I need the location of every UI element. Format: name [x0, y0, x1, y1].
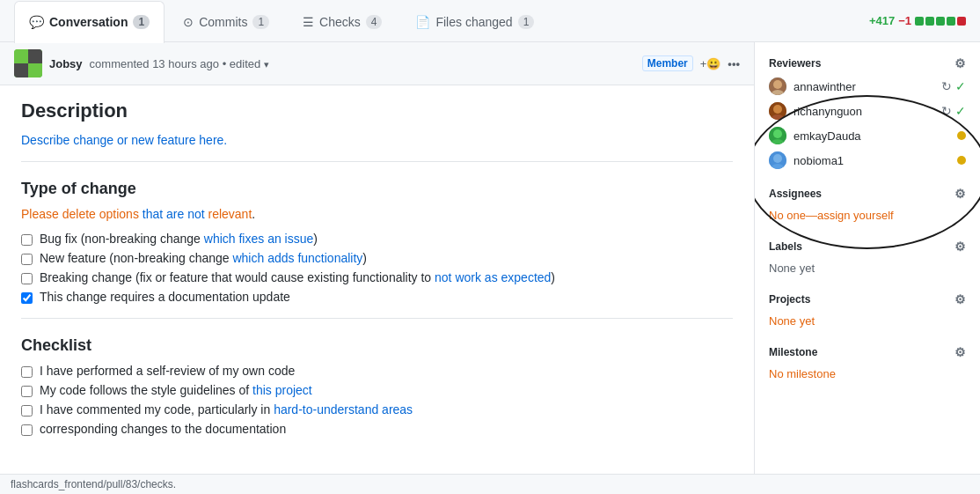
reviewer-nobioma1-pending-icon [957, 156, 966, 165]
checklist-item-4: corresponding changes to the documentati… [21, 422, 733, 436]
assignees-header: Assignees ⚙ [769, 187, 966, 201]
checks-icon: ☰ [303, 15, 314, 29]
reviewer-emkaydauda-actions [957, 131, 966, 140]
labels-gear-icon[interactable]: ⚙ [954, 240, 966, 254]
reviewers-label: Reviewers [769, 57, 821, 70]
more-action-button[interactable]: ••• [728, 57, 740, 70]
diff-stats: +417 −1 [869, 14, 966, 27]
left-panel: Jobsy commented 13 hours ago • edited ▾ … [0, 42, 755, 494]
checklist-item-2: My code follows the style guidelines of … [21, 383, 733, 397]
reviewers-gear-icon[interactable]: ⚙ [954, 56, 966, 70]
comment-actions: +😀 ••• [700, 57, 740, 70]
checklist-3-input[interactable] [21, 405, 33, 417]
assignees-section: Assignees ⚙ No one—assign yourself [769, 187, 966, 222]
labels-header: Labels ⚙ [769, 240, 966, 254]
comment-author: Jobsy [49, 57, 83, 70]
commits-icon: ⊙ [183, 15, 194, 29]
tab-checks-label: Checks [319, 15, 361, 29]
labels-section: Labels ⚙ None yet [769, 240, 966, 275]
reviewer-richanynguon-name: richanynguon [794, 105, 934, 118]
projects-label: Projects [769, 293, 810, 306]
checkbox-breaking-label: Breaking change (fix or feature that wou… [40, 270, 555, 284]
checkbox-bugfix-label: Bug fix (non-breaking change which fixes… [40, 232, 318, 246]
labels-none: None yet [769, 262, 815, 275]
reviewer-richanynguon-approved-icon: ✓ [955, 104, 966, 118]
tab-commits-badge: 1 [252, 15, 269, 29]
diff-bar-3 [936, 17, 945, 26]
tab-commits-label: Commits [199, 15, 247, 29]
svg-point-4 [773, 105, 782, 114]
checkbox-bugfix-input[interactable] [21, 234, 33, 246]
reviewer-emkaydauda-pending-icon [957, 131, 966, 140]
reviewer-annawinther: annawinther ↻ ✓ [769, 77, 966, 95]
main-layout: Jobsy commented 13 hours ago • edited ▾ … [0, 42, 980, 494]
checklist-2-label: My code follows the style guidelines of … [40, 383, 312, 397]
checkbox-docs-input[interactable] [21, 292, 33, 304]
avatar [14, 49, 42, 77]
member-badge: Member [642, 55, 693, 71]
checklist-item-1: I have performed a self-review of my own… [21, 364, 733, 378]
tab-checks[interactable]: ☰ Checks 4 [288, 1, 397, 43]
description-title: Description [21, 100, 733, 122]
diff-bar-1 [915, 17, 924, 26]
labels-label: Labels [769, 240, 802, 253]
milestone-none[interactable]: No milestone [769, 367, 836, 380]
tab-conversation-label: Conversation [49, 15, 128, 29]
reviewer-annawinther-actions: ↻ ✓ [941, 79, 966, 93]
checkbox-feature-input[interactable] [21, 254, 33, 265]
comment-header: Jobsy commented 13 hours ago • edited ▾ … [0, 42, 754, 85]
milestone-label: Milestone [769, 346, 817, 358]
projects-header: Projects ⚙ [769, 292, 966, 306]
projects-section: Projects ⚙ None yet [769, 292, 966, 328]
reviewers-header: Reviewers ⚙ [769, 56, 966, 70]
diff-bar-5 [957, 17, 966, 26]
comment-action: commented 13 hours ago • edited ▾ [90, 57, 269, 70]
type-of-change-intro: Please delete options that are not relev… [21, 207, 733, 221]
checkbox-breaking-input[interactable] [21, 273, 33, 284]
right-panel: Reviewers ⚙ annawinther ↻ ✓ richanyn [755, 42, 980, 494]
tab-files-changed[interactable]: 📄 Files changed 1 [400, 1, 549, 43]
reviewer-annawinther-sync-icon[interactable]: ↻ [941, 79, 952, 93]
reviewer-nobioma1: nobioma1 [769, 151, 966, 169]
reviewer-richanynguon-actions: ↻ ✓ [941, 104, 966, 118]
bottom-bar: flashcards_frontend/pull/83/checks. [0, 474, 980, 494]
reviewer-nobioma1-actions [957, 156, 966, 165]
diff-bars [915, 17, 966, 26]
svg-point-1 [773, 80, 782, 89]
checklist-1-input[interactable] [21, 366, 33, 378]
diff-bar-2 [925, 17, 934, 26]
files-changed-icon: 📄 [415, 15, 430, 29]
tab-commits[interactable]: ⊙ Commits 1 [168, 1, 284, 43]
checkbox-docs: This change requires a documentation upd… [21, 290, 733, 304]
checkbox-docs-label: This change requires a documentation upd… [40, 290, 290, 304]
projects-none[interactable]: None yet [769, 314, 815, 328]
reviewer-emkaydauda-avatar [769, 127, 786, 144]
intro-orange: Please delete options [21, 207, 143, 221]
divider-1 [21, 161, 733, 162]
deletions-count: −1 [898, 14, 911, 27]
tab-bar: 💬 Conversation 1 ⊙ Commits 1 ☰ Checks 4 … [0, 0, 980, 42]
tab-conversation[interactable]: 💬 Conversation 1 [14, 1, 165, 43]
diff-bar-4 [947, 17, 955, 26]
milestone-header: Milestone ⚙ [769, 345, 966, 359]
checklist-1-label: I have performed a self-review of my own… [40, 364, 295, 378]
tab-files-badge: 1 [518, 15, 535, 29]
projects-gear-icon[interactable]: ⚙ [954, 292, 966, 306]
svg-point-10 [773, 154, 782, 163]
reviewer-emkaydauda: emkayDauda [769, 127, 966, 144]
reviewer-nobioma1-avatar [769, 151, 786, 169]
checklist-4-input[interactable] [21, 424, 33, 436]
edited-dropdown-icon[interactable]: ▾ [264, 59, 269, 70]
reviewers-section: Reviewers ⚙ annawinther ↻ ✓ richanyn [769, 56, 966, 169]
reviewer-richanynguon-sync-icon[interactable]: ↻ [941, 104, 952, 118]
emoji-action-button[interactable]: +😀 [700, 57, 721, 70]
tab-checks-badge: 4 [366, 15, 383, 29]
reviewer-nobioma1-name: nobioma1 [794, 154, 950, 167]
bottom-bar-url: flashcards_frontend/pull/83/checks. [11, 478, 176, 490]
tab-files-label: Files changed [435, 15, 512, 29]
reviewer-emkaydauda-name: emkayDauda [794, 129, 950, 143]
assignees-none[interactable]: No one—assign yourself [769, 209, 894, 222]
assignees-gear-icon[interactable]: ⚙ [954, 187, 966, 201]
checklist-2-input[interactable] [21, 386, 33, 397]
milestone-gear-icon[interactable]: ⚙ [954, 345, 966, 359]
